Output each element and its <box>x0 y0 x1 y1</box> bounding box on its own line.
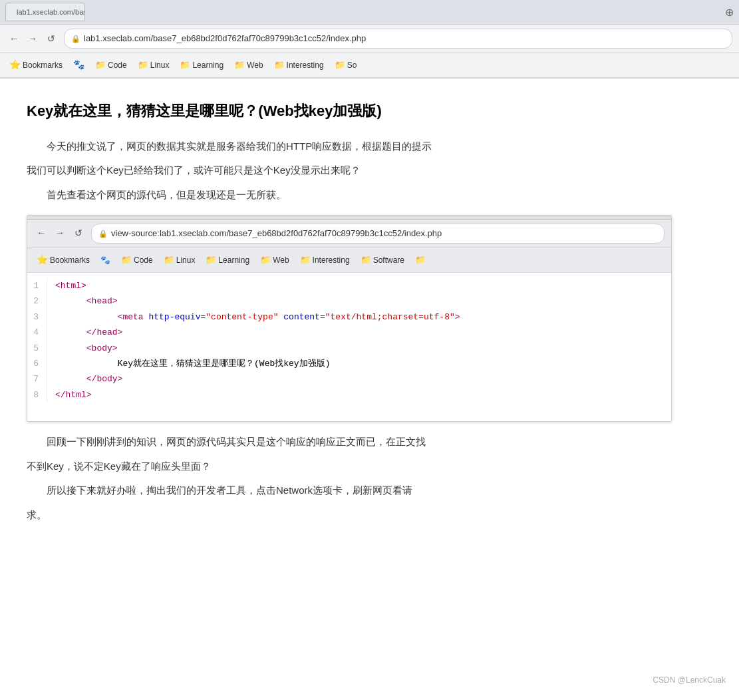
folder-icon2-software: 📁 <box>361 253 371 267</box>
code-line-2: 2 <head> <box>27 293 671 309</box>
code-content-4: </head> <box>55 325 671 340</box>
linux-bookmark[interactable]: 📁 Linux <box>134 57 174 74</box>
code-line-4: 4 </head> <box>27 325 671 340</box>
bm2-star[interactable]: ⭐ Bookmarks <box>33 251 94 269</box>
bm2-code-label: Code <box>134 254 153 267</box>
code-line-6: 6 Key就在这里，猜猜这里是哪里呢？(Web找key加强版) <box>27 356 671 371</box>
folder-icon2-code: 📁 <box>121 253 132 267</box>
browser2-address-row: ← → ↺ 🔒 view-source:lab1.xseclab.com/bas… <box>27 220 671 248</box>
page-title: Key就在这里，猜猜这里是哪里呢？(Web找key加强版) <box>27 98 672 123</box>
code-content-3: <meta http-equiv="content-type" content=… <box>55 309 671 325</box>
new-tab-btn[interactable]: ⊕ <box>725 3 734 21</box>
tab-bar: lab1.xseclab.com/base7_eb68bd2f0d762faf7… <box>0 0 739 25</box>
lock-icon: 🔒 <box>71 33 80 45</box>
code-bookmark[interactable]: 📁 Code <box>91 57 131 74</box>
bm2-linux-label: Linux <box>176 254 196 267</box>
line-num-7: 7 <box>27 371 47 387</box>
lock-icon2: 🔒 <box>98 228 108 240</box>
line-num-3: 3 <box>27 309 47 325</box>
code-content-6: Key就在这里，猜猜这里是哪里呢？(Web找key加强版) <box>55 356 671 371</box>
bm2-more[interactable]: 📁 <box>411 252 430 269</box>
bm2-interesting[interactable]: 📁 Interesting <box>296 252 354 269</box>
linux-label: Linux <box>150 59 170 72</box>
back-btn[interactable]: ← <box>7 31 21 46</box>
line-num-8: 8 <box>27 387 47 403</box>
folder-icon2-interesting: 📁 <box>300 253 311 267</box>
paw-item[interactable]: 🐾 <box>69 56 88 75</box>
url-text: lab1.xseclab.com/base7_eb68bd2f0d762faf7… <box>84 31 366 46</box>
code-line-8: 8 </html> <box>27 387 671 403</box>
url-text2: view-source:lab1.xseclab.com/base7_eb68b… <box>111 226 442 241</box>
url-input[interactable]: 🔒 lab1.xseclab.com/base7_eb68bd2f0d762fa… <box>64 29 732 49</box>
browser1-address-bar-row: ← → ↺ 🔒 lab1.xseclab.com/base7_eb68bd2f0… <box>0 25 739 53</box>
folder-icon-learning: 📁 <box>180 58 190 73</box>
folder-icon2-more: 📁 <box>415 253 426 267</box>
star-icon: ⭐ <box>9 57 21 73</box>
star-icon2: ⭐ <box>37 252 48 268</box>
code-label: Code <box>108 59 127 72</box>
para2-line2: 不到Key，说不定Key藏在了响应头里面？ <box>27 457 672 476</box>
para1-line1: 今天的推文说了，网页的数据其实就是服务器给我们的HTTP响应数据，根据题目的提示 <box>27 137 672 156</box>
para2-line4: 求。 <box>27 506 672 525</box>
code-content-8: </html> <box>55 387 671 403</box>
folder-icon-code: 📁 <box>95 58 106 73</box>
learning-bookmark[interactable]: 📁 Learning <box>176 57 227 74</box>
bm2-linux[interactable]: 📁 Linux <box>160 252 200 269</box>
paw-icon: 🐾 <box>73 57 84 73</box>
folder-icon2-learning: 📁 <box>206 253 216 267</box>
tab1[interactable]: lab1.xseclab.com/base7_eb68bd2f0d762faf7… <box>5 3 85 21</box>
interesting-bookmark[interactable]: 📁 Interesting <box>270 57 328 74</box>
bm2-bookmarks-label: Bookmarks <box>50 254 90 267</box>
bm2-web[interactable]: 📁 Web <box>256 252 293 269</box>
bm2-learning-label: Learning <box>218 254 249 267</box>
folder-icon2-web: 📁 <box>260 253 271 267</box>
code-line-3: 3 <meta http-equiv="content-type" conten… <box>27 309 671 325</box>
line-num-2: 2 <box>27 293 47 309</box>
forward-btn[interactable]: → <box>25 31 40 46</box>
bookmarks-label: Bookmarks <box>23 59 63 72</box>
web-label: Web <box>247 59 263 72</box>
para2-line3: 所以接下来就好办啦，掏出我们的开发者工具，点击Network选项卡，刷新网页看请 <box>27 481 672 500</box>
code-content-7: </body> <box>55 371 671 387</box>
folder-icon-web: 📁 <box>234 58 245 73</box>
folder-icon-interesting: 📁 <box>274 58 285 73</box>
browser2-screenshot: ← → ↺ 🔒 view-source:lab1.xseclab.com/bas… <box>27 215 672 422</box>
para2-line1: 回顾一下刚刚讲到的知识，网页的源代码其实只是这个响应的响应正文而已，在正文找 <box>27 433 672 452</box>
bm2-code[interactable]: 📁 Code <box>117 252 157 269</box>
folder-icon-linux: 📁 <box>138 58 148 73</box>
bm2-web-label: Web <box>273 254 289 267</box>
back-btn2[interactable]: ← <box>34 226 49 241</box>
refresh-btn[interactable]: ↺ <box>44 31 59 46</box>
url-input2[interactable]: 🔒 view-source:lab1.xseclab.com/base7_eb6… <box>91 224 665 244</box>
code-line-5: 5 <body> <box>27 341 671 356</box>
source-code-viewer: 1 <html> 2 <head> 3 <meta http-equiv="co… <box>27 273 671 421</box>
browser1-container: lab1.xseclab.com/base7_eb68bd2f0d762faf7… <box>0 0 739 79</box>
interesting-label: Interesting <box>287 59 324 72</box>
web-bookmark[interactable]: 📁 Web <box>230 57 267 74</box>
code-line-7: 7 </body> <box>27 371 671 387</box>
footer-credit: CSDN @LenckCuak <box>653 673 726 687</box>
paragraph2: 回顾一下刚刚讲到的知识，网页的源代码其实只是这个响应的响应正文而已，在正文找 不… <box>27 433 672 524</box>
line-num-1: 1 <box>27 278 47 293</box>
line-num-5: 5 <box>27 341 47 356</box>
bm2-paw[interactable]: 🐾 <box>96 252 114 268</box>
bm2-learning[interactable]: 📁 Learning <box>202 252 253 269</box>
learning-label: Learning <box>192 59 223 72</box>
code-content-2: <head> <box>55 293 671 309</box>
browser2-bookmarks: ⭐ Bookmarks 🐾 📁 Code 📁 Linux 📁 Learning … <box>27 248 671 273</box>
line-num-4: 4 <box>27 325 47 340</box>
so-bookmark[interactable]: 📁 So <box>331 57 361 74</box>
code-line-1: 1 <html> <box>27 278 671 293</box>
browser1-bookmarks-bar: ⭐ Bookmarks 🐾 📁 Code 📁 Linux 📁 Learning … <box>0 53 739 78</box>
bm2-interesting-label: Interesting <box>313 254 350 267</box>
folder-icon2-linux: 📁 <box>164 253 174 267</box>
refresh-btn2[interactable]: ↺ <box>71 226 86 241</box>
code-content-5: <body> <box>55 341 671 356</box>
forward-btn2[interactable]: → <box>53 226 67 241</box>
bm2-software-label: Software <box>373 254 404 267</box>
bookmarks-star-item[interactable]: ⭐ Bookmarks <box>5 56 67 75</box>
folder-icon-so: 📁 <box>335 58 345 73</box>
para1-line3: 首先查看这个网页的源代码，但是发现还是一无所获。 <box>27 186 672 205</box>
bm2-software[interactable]: 📁 Software <box>357 252 408 269</box>
code-content-1: <html> <box>55 278 671 293</box>
